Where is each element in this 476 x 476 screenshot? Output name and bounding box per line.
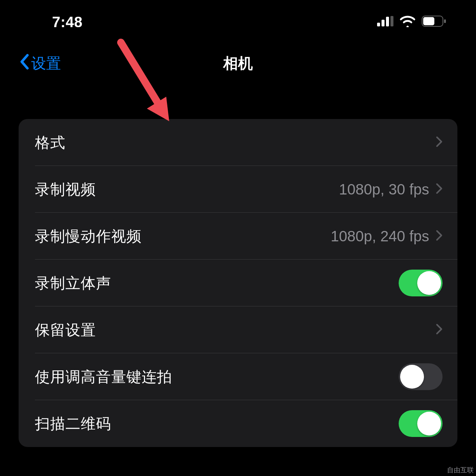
back-button[interactable]: 设置 xyxy=(19,53,61,74)
watermark: 自由互联 xyxy=(446,465,475,475)
wifi-icon xyxy=(399,15,416,29)
row-label: 录制立体声 xyxy=(35,273,111,293)
toggle-scan-qr[interactable] xyxy=(399,410,443,437)
row-label: 录制慢动作视频 xyxy=(35,226,142,247)
row-preserve[interactable]: 保留设置 xyxy=(19,306,457,353)
svg-marker-8 xyxy=(147,97,169,121)
row-label: 保留设置 xyxy=(35,320,96,340)
toggle-knob xyxy=(400,365,424,389)
svg-rect-3 xyxy=(390,16,393,26)
row-label: 使用调高音量键连拍 xyxy=(35,367,172,387)
chevron-right-icon xyxy=(436,324,443,336)
svg-rect-2 xyxy=(386,17,389,26)
toggle-volume-burst[interactable] xyxy=(399,363,443,390)
chevron-right-icon xyxy=(436,183,443,196)
row-value: 1080p, 240 fps xyxy=(331,228,429,245)
row-label: 录制视频 xyxy=(35,179,96,200)
chevron-right-icon xyxy=(436,136,443,149)
battery-icon xyxy=(422,16,446,28)
svg-rect-6 xyxy=(444,19,446,23)
svg-rect-0 xyxy=(377,23,380,26)
status-icons xyxy=(377,15,450,29)
row-label: 扫描二维码 xyxy=(35,414,111,434)
row-volume-burst: 使用调高音量键连拍 xyxy=(19,353,457,400)
page-title: 相机 xyxy=(223,53,253,74)
toggle-knob xyxy=(417,271,441,295)
settings-list: 格式 录制视频 1080p, 30 fps 录制慢动作视频 1080p, 240… xyxy=(19,119,457,447)
status-time: 7:48 xyxy=(52,14,83,30)
row-value: 1080p, 30 fps xyxy=(339,181,429,198)
chevron-left-icon xyxy=(19,54,30,73)
status-bar: 7:48 xyxy=(0,0,476,37)
row-record-video[interactable]: 录制视频 1080p, 30 fps xyxy=(19,166,457,213)
cellular-icon xyxy=(377,16,393,28)
row-record-slowmo[interactable]: 录制慢动作视频 1080p, 240 fps xyxy=(19,213,457,260)
row-scan-qr: 扫描二维码 xyxy=(19,400,457,447)
svg-rect-1 xyxy=(382,20,385,26)
row-stereo: 录制立体声 xyxy=(19,260,457,306)
chevron-right-icon xyxy=(436,230,443,242)
back-label: 设置 xyxy=(31,53,61,74)
svg-rect-5 xyxy=(423,17,434,25)
toggle-knob xyxy=(417,412,441,435)
nav-header: 设置 相机 xyxy=(0,45,476,82)
toggle-stereo[interactable] xyxy=(399,270,443,296)
row-format[interactable]: 格式 xyxy=(19,119,457,166)
row-label: 格式 xyxy=(35,132,65,153)
